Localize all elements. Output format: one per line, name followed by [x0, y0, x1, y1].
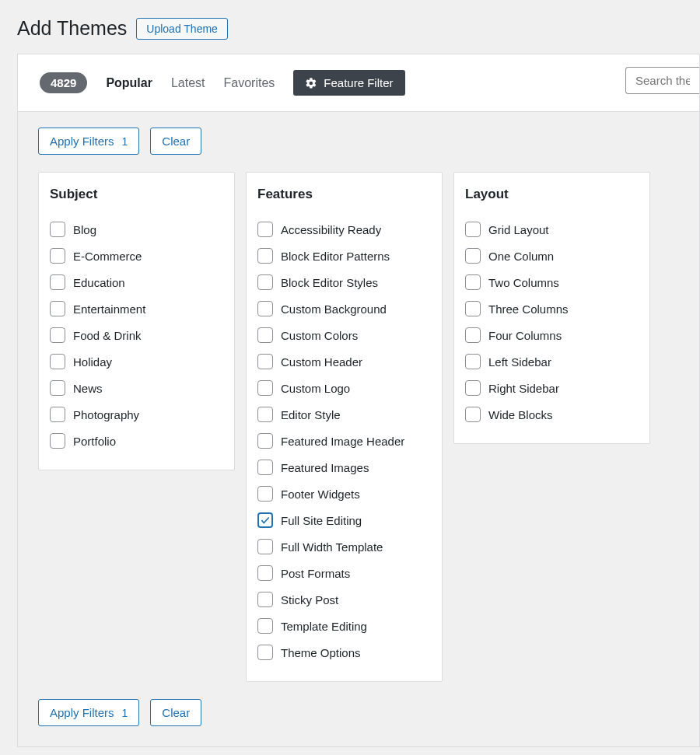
checkbox[interactable] [257, 407, 273, 422]
filter-option-label: Four Columns [488, 329, 562, 342]
checkbox[interactable] [257, 565, 273, 581]
checkbox[interactable] [50, 380, 65, 396]
filter-option[interactable]: One Column [465, 243, 639, 269]
checkbox[interactable] [257, 380, 273, 396]
apply-filters-button[interactable]: Apply Filters 1 [38, 128, 139, 155]
column-subject-list: BlogE-CommerceEducationEntertainmentFood… [50, 216, 223, 454]
checkbox[interactable] [50, 274, 65, 290]
filter-option[interactable]: Custom Header [257, 348, 431, 375]
checkbox[interactable] [257, 222, 273, 237]
upload-theme-button[interactable]: Upload Theme [136, 18, 228, 40]
filter-option-label: Accessibility Ready [281, 223, 381, 236]
filter-option[interactable]: Block Editor Patterns [257, 243, 431, 269]
column-subject: Subject BlogE-CommerceEducationEntertain… [38, 172, 235, 470]
checkbox[interactable] [257, 301, 273, 316]
filter-option[interactable]: Template Editing [257, 613, 431, 639]
checkbox[interactable] [50, 301, 65, 316]
checkbox[interactable] [257, 645, 273, 660]
checkbox[interactable] [50, 327, 65, 343]
column-layout: Layout Grid LayoutOne ColumnTwo ColumnsT… [453, 172, 650, 444]
tab-favorites[interactable]: Favorites [224, 76, 275, 90]
checkbox[interactable] [50, 222, 65, 237]
checkbox[interactable] [257, 512, 273, 528]
apply-filters-label-bottom: Apply Filters [50, 706, 114, 719]
filter-option[interactable]: Featured Image Header [257, 428, 431, 454]
filter-option[interactable]: Full Site Editing [257, 507, 431, 533]
checkbox[interactable] [465, 222, 481, 237]
filter-option[interactable]: Accessibility Ready [257, 216, 431, 243]
page-header: Add Themes Upload Theme [0, 0, 700, 54]
page-title: Add Themes [17, 17, 127, 40]
filter-option[interactable]: Two Columns [465, 269, 639, 295]
checkbox[interactable] [50, 354, 65, 369]
checkbox[interactable] [465, 248, 481, 264]
checkbox[interactable] [257, 592, 273, 607]
filter-option[interactable]: Blog [50, 216, 223, 243]
checkbox[interactable] [465, 354, 481, 369]
filter-option[interactable]: Block Editor Styles [257, 269, 431, 295]
filter-option[interactable]: Four Columns [465, 322, 639, 348]
filter-option-label: Custom Header [281, 355, 362, 369]
filter-option[interactable]: Right Sidebar [465, 375, 639, 401]
filter-option[interactable]: Portfolio [50, 428, 223, 454]
checkbox[interactable] [257, 618, 273, 634]
filter-option-label: E-Commerce [73, 250, 142, 263]
filter-option[interactable]: News [50, 375, 223, 401]
filter-option[interactable]: Grid Layout [465, 216, 639, 243]
checkbox[interactable] [465, 274, 481, 290]
checkbox[interactable] [257, 433, 273, 449]
checkbox[interactable] [257, 539, 273, 554]
tab-popular[interactable]: Popular [106, 76, 152, 90]
column-features: Features Accessibility ReadyBlock Editor… [246, 172, 443, 682]
checkbox[interactable] [257, 460, 273, 475]
filter-option[interactable]: Entertainment [50, 295, 223, 322]
filter-panel: Apply Filters 1 Clear Subject BlogE-Comm… [18, 111, 699, 746]
filter-option[interactable]: Featured Images [257, 454, 431, 481]
filter-option[interactable]: Footer Widgets [257, 481, 431, 507]
filter-option[interactable]: Custom Logo [257, 375, 431, 401]
clear-filters-button-bottom[interactable]: Clear [150, 699, 201, 726]
filter-option[interactable]: Theme Options [257, 639, 431, 666]
filter-option[interactable]: Custom Colors [257, 322, 431, 348]
checkbox[interactable] [50, 407, 65, 422]
filter-option-label: Footer Widgets [281, 488, 360, 501]
search-input[interactable] [625, 67, 699, 94]
filter-option-label: Block Editor Styles [281, 276, 378, 289]
filter-option[interactable]: Post Formats [257, 560, 431, 586]
filter-option[interactable]: Food & Drink [50, 322, 223, 348]
filter-option[interactable]: Three Columns [465, 295, 639, 322]
checkbox[interactable] [465, 327, 481, 343]
filter-option[interactable]: Left Sidebar [465, 348, 639, 375]
column-subject-title: Subject [50, 187, 223, 202]
checkbox[interactable] [465, 407, 481, 422]
checkbox[interactable] [257, 274, 273, 290]
tab-latest[interactable]: Latest [171, 76, 205, 90]
filter-option[interactable]: Editor Style [257, 401, 431, 428]
filter-option-label: Featured Images [281, 461, 369, 474]
filter-option[interactable]: Photography [50, 401, 223, 428]
filter-option[interactable]: Holiday [50, 348, 223, 375]
checkbox[interactable] [257, 486, 273, 502]
filter-option[interactable]: Full Width Template [257, 533, 431, 560]
checkbox[interactable] [50, 433, 65, 449]
feature-filter-button[interactable]: Feature Filter [293, 70, 404, 96]
checkbox[interactable] [257, 354, 273, 369]
filter-option-label: Block Editor Patterns [281, 250, 390, 263]
filter-option[interactable]: Custom Background [257, 295, 431, 322]
filter-option-label: Left Sidebar [488, 355, 551, 369]
clear-filters-button[interactable]: Clear [150, 128, 201, 155]
filter-option-label: News [73, 382, 103, 395]
filter-option-label: Food & Drink [73, 329, 142, 342]
filter-option[interactable]: Wide Blocks [465, 401, 639, 428]
checkbox[interactable] [465, 380, 481, 396]
checkbox[interactable] [465, 301, 481, 316]
apply-filters-button-bottom[interactable]: Apply Filters 1 [38, 699, 139, 726]
filter-option[interactable]: Education [50, 269, 223, 295]
checkbox[interactable] [257, 248, 273, 264]
filter-option-label: Post Formats [281, 567, 350, 580]
filter-option[interactable]: E-Commerce [50, 243, 223, 269]
checkbox[interactable] [257, 327, 273, 343]
filter-option[interactable]: Sticky Post [257, 586, 431, 613]
checkbox[interactable] [50, 248, 65, 264]
filter-option-label: Template Editing [281, 620, 367, 633]
